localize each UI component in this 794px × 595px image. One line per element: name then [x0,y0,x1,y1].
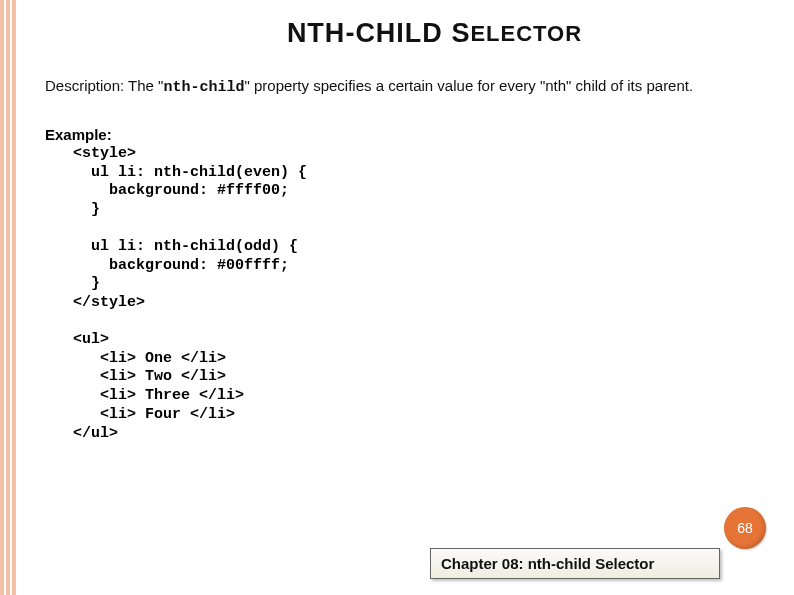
description-text: Description: The "nth-child" property sp… [45,77,764,98]
title-text: NTH [287,18,346,48]
desc-suffix: " property specifies a certain value for… [244,77,693,94]
desc-prefix: Description: The " [45,77,163,94]
left-accent-border [0,0,20,595]
title-text: ELECTOR [470,21,582,46]
accent-stripe [12,0,16,595]
code-style-odd: ul li: nth-child(odd) { background: #00f… [73,238,764,313]
title-text: CHILD [355,18,443,48]
accent-stripe [0,0,4,595]
slide-content: NTH-CHILD SELECTOR Description: The "nth… [45,18,764,443]
title-text: S [451,18,470,48]
chapter-label-box: Chapter 08: nth-child Selector [430,548,720,579]
accent-stripe [6,0,10,595]
page-number: 68 [737,520,753,536]
slide-title: NTH-CHILD SELECTOR [105,18,764,49]
code-style-even: <style> ul li: nth-child(even) { backgro… [73,145,307,218]
page-number-badge: 68 [724,507,766,549]
example-label: Example: [45,126,764,143]
title-text: - [345,18,355,48]
code-example: <style> ul li: nth-child(even) { backgro… [73,145,764,444]
chapter-label: Chapter 08: nth-child Selector [441,555,654,572]
desc-code: nth-child [163,79,244,96]
code-ul-list: <ul> <li> One </li> <li> Two </li> <li> … [73,331,764,444]
